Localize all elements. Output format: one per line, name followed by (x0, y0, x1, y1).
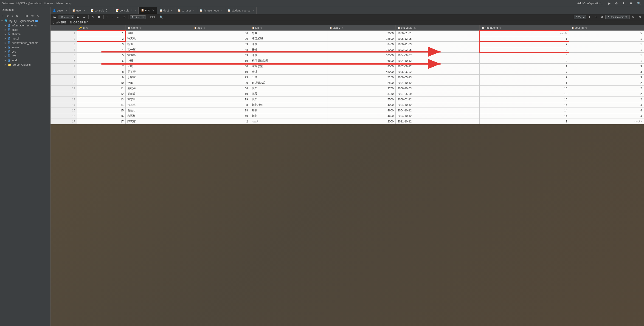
cell-salary[interactable]: 2000 (328, 31, 396, 36)
table-row[interactable]: 16 16 宋远桥 40 销售 4600 2004-10-12 14 4 (51, 113, 644, 119)
cell-salary[interactable]: 48000 (328, 69, 396, 75)
sidebar-item-sakila[interactable]: ▶ 🗄 sakila (0, 45, 50, 49)
col-header-age[interactable]: 📋age ⇅ (192, 25, 250, 31)
add-config-button[interactable]: Add Configuration... (576, 1, 605, 6)
cell-managerid[interactable]: 14 (480, 113, 569, 119)
sidebar-minus-button[interactable]: − (20, 14, 24, 18)
table-row[interactable]: 6 6 小昭 19 程序员鼓励师 6600 2004-10-12 2 1 (51, 58, 644, 64)
cell-dept-id[interactable]: 2 (569, 86, 644, 91)
stop-data-button[interactable]: ⏹ (96, 15, 102, 19)
cell-id[interactable]: 5 (77, 53, 126, 58)
cell-dept-id[interactable]: 3 (569, 75, 644, 80)
export-button[interactable]: ⬇ (587, 15, 592, 19)
cell-salary[interactable]: 8400 (328, 42, 396, 47)
cell-age[interactable]: 43 (192, 53, 250, 58)
cell-name[interactable]: 张无忌 (126, 36, 192, 42)
cell-job[interactable]: 销售总监 (250, 102, 328, 108)
table-row[interactable]: 5 5 常遇春 43 开发 10500 2004-09-07 3 1 (51, 53, 644, 58)
cell-id[interactable]: 10 (77, 80, 126, 86)
tab-tb-user[interactable]: 📋 tb_user ✕ (176, 7, 197, 14)
table-row[interactable]: 2 2 张无忌 20 项目经理 12500 2005-12-05 1 1 (51, 36, 644, 42)
cell-job[interactable]: 程序员鼓励师 (250, 58, 328, 64)
table-row[interactable]: 17 17 陈友谅 42 <null> 2000 2011-10-12 1 <n… (51, 119, 644, 124)
cell-managerid[interactable]: <null> (480, 31, 569, 36)
cell-job[interactable]: 开发 (250, 42, 328, 47)
cell-entrydate[interactable]: 2000-11-03 (396, 42, 480, 47)
cell-age[interactable]: 19 (192, 91, 250, 97)
cell-entrydate[interactable]: 2004-09-07 (396, 53, 480, 58)
cell-managerid[interactable]: 2 (480, 47, 569, 53)
tab-tb-user-edu[interactable]: 📋 tb_user_edu ✕ (197, 7, 225, 14)
cell-name[interactable]: 赵敏 (126, 80, 192, 86)
cell-salary[interactable]: 3750 (328, 86, 396, 91)
sidebar-item-world[interactable]: ▶ 🗄 world (0, 58, 50, 63)
sidebar-code-button[interactable]: </> (30, 14, 36, 18)
cell-dept-id[interactable]: 2 (569, 97, 644, 102)
cell-age[interactable]: 20 (192, 80, 250, 86)
cell-salary[interactable]: 10500 (328, 53, 396, 58)
search-data-button[interactable]: 🔍 (158, 15, 164, 19)
sidebar-item-mysql[interactable]: ▶ 🗄 mysql (0, 36, 50, 41)
table-row[interactable]: 8 8 周芷若 19 会计 48000 2006-06-02 7 3 (51, 69, 644, 75)
cell-id[interactable]: 11 (77, 86, 126, 91)
stop-button[interactable]: ⏹ (628, 1, 634, 6)
nav-next-button[interactable]: ▶ (75, 15, 80, 19)
col-header-name[interactable]: 📋name ⇅ (126, 25, 192, 31)
table-row[interactable]: 12 12 鹤笔翁 19 职员 3750 2007-05-09 10 2 (51, 91, 644, 97)
cell-job[interactable]: 开发 (250, 47, 328, 53)
cell-age[interactable]: 19 (192, 97, 250, 102)
cell-entrydate[interactable]: 2009-02-12 (396, 97, 480, 102)
cell-entrydate[interactable]: 2002-09-12 (396, 64, 480, 69)
cell-id[interactable]: 6 (77, 58, 126, 64)
cell-id[interactable]: 9 (77, 75, 126, 80)
undo-button[interactable]: ↩ (116, 15, 121, 19)
tab-console4[interactable]: 📝 console_4 ✕ (114, 7, 139, 14)
cell-id[interactable]: 2 (77, 36, 126, 42)
cell-entrydate[interactable]: 2000-01-01 (396, 31, 480, 36)
cell-name[interactable]: 张三丰 (126, 102, 192, 108)
col-header-job[interactable]: 📋job ⇅ (250, 25, 328, 31)
cell-entrydate[interactable]: 2004-10-12 (396, 113, 480, 119)
cell-dept-id[interactable]: 3 (569, 64, 644, 69)
tab-emp[interactable]: 📋 emp ✕ (139, 7, 157, 14)
cell-salary[interactable]: 11000 (328, 47, 396, 53)
col-header-dept-id[interactable]: 📋dept_id ⇅ (569, 25, 644, 31)
cell-job[interactable]: 销售 (250, 108, 328, 113)
cell-salary[interactable]: 14000 (328, 102, 396, 108)
eye-button[interactable]: 👁 (630, 15, 636, 19)
cell-managerid[interactable]: 1 (480, 119, 569, 124)
cell-name[interactable]: 鹤笔翁 (126, 91, 192, 97)
nav-last-button[interactable]: ⏭ (81, 15, 87, 19)
cell-salary[interactable]: 5500 (328, 97, 396, 102)
cell-managerid[interactable]: 7 (480, 69, 569, 75)
cell-dept-id[interactable]: 1 (569, 36, 644, 42)
sidebar-item-sys[interactable]: ▶ 🗄 sys (0, 49, 50, 54)
cell-id[interactable]: 15 (77, 108, 126, 113)
cell-dept-id[interactable]: 2 (569, 91, 644, 97)
add-row-button[interactable]: + (105, 15, 110, 19)
build-button[interactable]: ⚙ (614, 1, 619, 6)
tab-student-course[interactable]: 📋 student_course ✕ (225, 7, 257, 14)
cell-entrydate[interactable]: 2004-10-12 (396, 80, 480, 86)
cell-job[interactable]: 销售 (250, 113, 328, 119)
sidebar-item-test[interactable]: ▶ 🗄 test (0, 54, 50, 58)
deploy-button[interactable]: ⬆ (621, 1, 626, 6)
tab-console5-close[interactable]: ✕ (109, 9, 111, 12)
sidebar-funnel-button[interactable]: ▽ (36, 14, 40, 18)
sidebar-item-mysql-host[interactable]: ▼ 🐬 MySQL - @localhost 9 (0, 19, 50, 23)
cell-managerid[interactable]: 1 (480, 36, 569, 42)
breadcrumb-emp[interactable]: emp (66, 2, 72, 5)
cell-dept-id[interactable]: 1 (569, 53, 644, 58)
cell-job[interactable]: 财务总监 (250, 64, 328, 69)
redo-button[interactable]: ↻ (122, 15, 127, 19)
cell-salary[interactable]: 12500 (328, 36, 396, 42)
cell-id[interactable]: 3 (77, 42, 126, 47)
cell-name[interactable]: 方东白 (126, 97, 192, 102)
cell-salary[interactable]: 5250 (328, 75, 396, 80)
cell-salary[interactable]: 6600 (328, 58, 396, 64)
cell-age[interactable]: 23 (192, 75, 250, 80)
cell-id[interactable]: 16 (77, 113, 126, 119)
tab-dept-close[interactable]: ✕ (170, 9, 172, 12)
cell-dept-id[interactable]: 1 (569, 42, 644, 47)
cell-managerid[interactable]: 1 (480, 64, 569, 69)
